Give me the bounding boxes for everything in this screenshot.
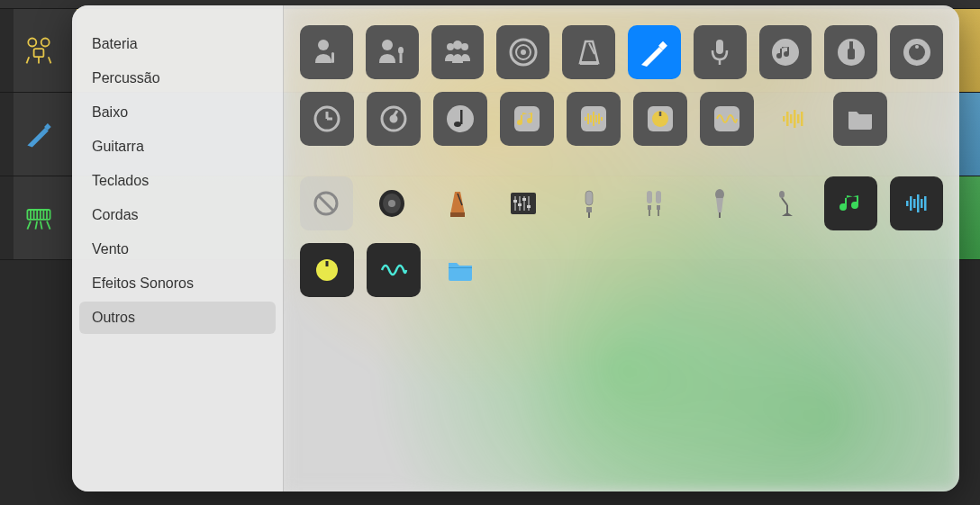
svg-rect-67 bbox=[797, 114, 800, 123]
metronome-icon[interactable] bbox=[562, 25, 615, 79]
sidebar-item-guitarra[interactable]: Guitarra bbox=[79, 131, 276, 163]
svg-rect-82 bbox=[518, 203, 522, 206]
svg-rect-87 bbox=[586, 207, 592, 212]
sidebar-label: Outros bbox=[92, 310, 135, 325]
svg-point-24 bbox=[453, 41, 462, 50]
speaker-cone-icon[interactable] bbox=[496, 25, 549, 79]
sidebar-item-cordas[interactable]: Cordas bbox=[79, 199, 276, 231]
svg-point-97 bbox=[779, 191, 785, 198]
svg-point-23 bbox=[447, 43, 454, 50]
sidebar-label: Cordas bbox=[92, 207, 139, 222]
svg-point-48 bbox=[454, 122, 461, 127]
svg-line-70 bbox=[319, 196, 333, 211]
svg-rect-90 bbox=[656, 191, 661, 203]
microphone-icon[interactable] bbox=[694, 25, 747, 79]
track-header[interactable] bbox=[14, 9, 77, 92]
svg-point-28 bbox=[521, 50, 526, 55]
sidebar-item-efeitos[interactable]: Efeitos Sonoros bbox=[79, 267, 276, 300]
clock-icon[interactable] bbox=[300, 92, 354, 146]
svg-rect-91 bbox=[648, 205, 651, 210]
folder-icon[interactable] bbox=[833, 92, 887, 146]
knob-yellow-icon[interactable] bbox=[300, 243, 354, 297]
svg-rect-92 bbox=[657, 205, 660, 210]
svg-rect-37 bbox=[848, 49, 855, 59]
icon-grid-area bbox=[284, 5, 959, 491]
sidebar-item-percussao[interactable]: Percussão bbox=[79, 62, 276, 95]
svg-rect-57 bbox=[598, 113, 600, 124]
svg-rect-19 bbox=[331, 52, 334, 63]
waveform-bars-icon[interactable] bbox=[567, 92, 621, 146]
svg-rect-66 bbox=[794, 110, 796, 128]
sidebar-item-baixo[interactable]: Baixo bbox=[79, 96, 276, 129]
waveform-dark-icon[interactable] bbox=[700, 92, 754, 146]
svg-point-45 bbox=[391, 116, 396, 122]
knob-dark-icon[interactable] bbox=[633, 92, 687, 146]
svg-point-18 bbox=[318, 40, 329, 50]
metronome-real-icon[interactable] bbox=[431, 176, 485, 230]
speaker-real-icon[interactable] bbox=[366, 176, 419, 230]
svg-rect-84 bbox=[527, 205, 531, 208]
sidebar-label: Vento bbox=[92, 241, 129, 257]
svg-line-98 bbox=[782, 198, 787, 205]
stereo-mics-icon[interactable] bbox=[628, 176, 681, 230]
svg-rect-74 bbox=[450, 212, 465, 217]
svg-rect-53 bbox=[587, 113, 589, 124]
sidebar-item-teclados[interactable]: Teclados bbox=[79, 165, 276, 197]
svg-rect-81 bbox=[513, 200, 517, 203]
svg-point-25 bbox=[461, 43, 468, 50]
music-note-circle-icon[interactable] bbox=[759, 25, 812, 79]
svg-point-40 bbox=[915, 45, 919, 49]
wave-blue-icon[interactable] bbox=[890, 176, 943, 230]
jack-plug-icon[interactable] bbox=[824, 25, 877, 79]
icon-row bbox=[300, 176, 943, 230]
svg-rect-55 bbox=[593, 112, 594, 126]
note-dark-icon[interactable] bbox=[433, 92, 487, 146]
sidebar-item-vento[interactable]: Vento bbox=[79, 233, 276, 266]
music-square-icon[interactable] bbox=[500, 92, 554, 146]
svg-rect-58 bbox=[601, 117, 603, 121]
drums-icon bbox=[21, 32, 57, 68]
svg-rect-103 bbox=[917, 194, 920, 212]
svg-point-0 bbox=[28, 39, 36, 47]
svg-line-17 bbox=[41, 221, 42, 230]
svg-point-20 bbox=[382, 40, 393, 50]
svg-rect-104 bbox=[921, 199, 923, 208]
sidebar-label: Guitarra bbox=[92, 139, 144, 154]
group-icon[interactable] bbox=[431, 25, 485, 79]
svg-rect-83 bbox=[522, 198, 526, 201]
mic-stand-icon[interactable] bbox=[759, 176, 812, 230]
knob-circle-icon[interactable] bbox=[890, 25, 943, 79]
sidebar-item-bateria[interactable]: Bateria bbox=[79, 28, 276, 60]
svg-rect-77 bbox=[514, 196, 516, 211]
music-green-icon[interactable] bbox=[824, 176, 877, 230]
svg-rect-101 bbox=[910, 196, 912, 211]
svg-rect-56 bbox=[595, 115, 597, 122]
dynamic-mic-icon[interactable] bbox=[694, 176, 747, 230]
vocal-mic-icon[interactable] bbox=[366, 25, 419, 79]
vocal-solo-icon[interactable] bbox=[300, 25, 353, 79]
icon-row bbox=[300, 25, 943, 79]
mixer-real-icon[interactable] bbox=[496, 176, 549, 230]
category-sidebar: Bateria Percussão Baixo Guitarra Teclado… bbox=[72, 5, 284, 491]
svg-line-4 bbox=[49, 57, 51, 63]
condenser-mic-icon[interactable] bbox=[562, 176, 615, 230]
wave-teal-icon[interactable] bbox=[367, 243, 421, 297]
svg-rect-54 bbox=[590, 115, 592, 122]
svg-rect-22 bbox=[400, 54, 403, 63]
track-header[interactable] bbox=[14, 176, 77, 259]
disabled-icon[interactable] bbox=[300, 176, 353, 230]
svg-point-73 bbox=[388, 200, 395, 207]
folder-blue-icon[interactable] bbox=[433, 243, 487, 297]
dial-icon[interactable] bbox=[367, 92, 421, 146]
track-header[interactable] bbox=[14, 93, 77, 176]
svg-rect-102 bbox=[913, 199, 916, 208]
waveform-light-icon[interactable] bbox=[767, 92, 821, 146]
svg-rect-89 bbox=[647, 191, 652, 203]
svg-rect-36 bbox=[849, 41, 853, 49]
svg-rect-65 bbox=[790, 114, 793, 123]
pencil-icon[interactable] bbox=[628, 25, 681, 79]
pencil-track-icon bbox=[21, 116, 57, 152]
svg-rect-64 bbox=[786, 112, 789, 126]
sidebar-item-outros[interactable]: Outros bbox=[79, 302, 276, 334]
svg-rect-105 bbox=[924, 196, 927, 211]
